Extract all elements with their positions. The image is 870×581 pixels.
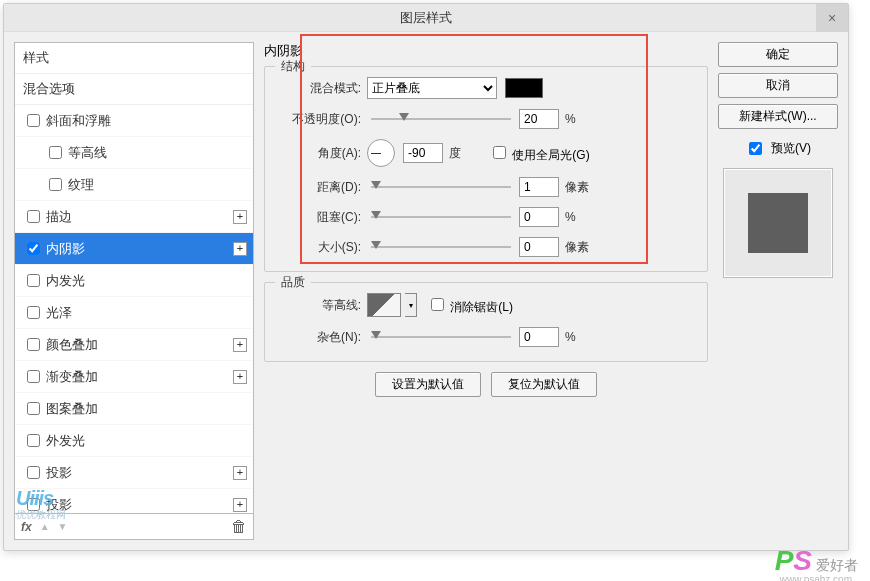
noise-unit: %	[565, 330, 595, 344]
size-slider[interactable]	[371, 238, 511, 256]
blend-mode-select[interactable]: 正片叠底	[367, 77, 497, 99]
style-item-checkbox[interactable]	[49, 178, 62, 191]
angle-dial[interactable]	[367, 139, 395, 167]
set-default-button[interactable]: 设置为默认值	[375, 372, 481, 397]
contour-row: 等高线: ▾ 消除锯齿(L)	[277, 293, 695, 317]
style-item[interactable]: 渐变叠加+	[15, 361, 253, 393]
style-item[interactable]: 光泽	[15, 297, 253, 329]
arrow-up-icon[interactable]: ▲	[40, 521, 50, 532]
style-item-checkbox[interactable]	[49, 146, 62, 159]
new-style-button[interactable]: 新建样式(W)...	[718, 104, 838, 129]
angle-unit: 度	[449, 145, 479, 162]
distance-input[interactable]	[519, 177, 559, 197]
distance-row: 距离(D): 像素	[277, 177, 695, 197]
add-effect-icon[interactable]: +	[233, 210, 247, 224]
style-item-checkbox[interactable]	[27, 210, 40, 223]
style-item-label: 内阴影	[46, 240, 85, 258]
choke-row: 阻塞(C): %	[277, 207, 695, 227]
reset-default-button[interactable]: 复位为默认值	[491, 372, 597, 397]
color-swatch[interactable]	[505, 78, 543, 98]
psahz-url: www.psahz.com	[780, 574, 852, 581]
arrow-down-icon[interactable]: ▼	[58, 521, 68, 532]
preview-swatch	[748, 193, 808, 253]
global-light-label[interactable]: 使用全局光(G)	[489, 143, 590, 164]
style-item-checkbox[interactable]	[27, 338, 40, 351]
dialog-title: 图层样式	[400, 9, 452, 27]
style-item[interactable]: 描边+	[15, 201, 253, 233]
angle-label: 角度(A):	[277, 145, 367, 162]
choke-unit: %	[565, 210, 595, 224]
distance-slider[interactable]	[371, 178, 511, 196]
style-item-label: 斜面和浮雕	[46, 112, 111, 130]
opacity-slider[interactable]	[371, 110, 511, 128]
style-item[interactable]: 斜面和浮雕	[15, 105, 253, 137]
add-effect-icon[interactable]: +	[233, 242, 247, 256]
choke-slider[interactable]	[371, 208, 511, 226]
opacity-input[interactable]	[519, 109, 559, 129]
style-item-checkbox[interactable]	[27, 306, 40, 319]
sidebar-header-blending[interactable]: 混合选项	[15, 74, 253, 105]
style-item-label: 光泽	[46, 304, 72, 322]
watermark-sub: 优优教程网	[16, 508, 66, 514]
style-item[interactable]: 外发光	[15, 425, 253, 457]
add-effect-icon[interactable]: +	[233, 466, 247, 480]
style-list: 样式 混合选项 斜面和浮雕等高线纹理描边+内阴影+内发光光泽颜色叠加+渐变叠加+…	[14, 42, 254, 514]
size-row: 大小(S): 像素	[277, 237, 695, 257]
distance-label: 距离(D):	[277, 179, 367, 196]
style-item-checkbox[interactable]	[27, 466, 40, 479]
global-light-checkbox[interactable]	[493, 146, 506, 159]
watermark-logo: Uiiis	[16, 487, 53, 510]
style-item-label: 图案叠加	[46, 400, 98, 418]
style-item-checkbox[interactable]	[27, 114, 40, 127]
style-item-checkbox[interactable]	[27, 434, 40, 447]
contour-picker[interactable]	[367, 293, 401, 317]
noise-slider[interactable]	[371, 328, 511, 346]
preview-label[interactable]: 预览(V)	[718, 139, 838, 158]
antialias-label[interactable]: 消除锯齿(L)	[427, 295, 513, 316]
add-effect-icon[interactable]: +	[233, 370, 247, 384]
structure-fieldset: 结构 混合模式: 正片叠底 不透明度(O): % 角度(A): 度	[264, 66, 708, 272]
add-effect-icon[interactable]: +	[233, 338, 247, 352]
noise-label: 杂色(N):	[277, 329, 367, 346]
default-buttons: 设置为默认值 复位为默认值	[264, 372, 708, 397]
style-item[interactable]: 投影+	[15, 457, 253, 489]
style-item-checkbox[interactable]	[27, 370, 40, 383]
style-item[interactable]: 内阴影+	[15, 233, 253, 265]
size-label: 大小(S):	[277, 239, 367, 256]
add-effect-icon[interactable]: +	[233, 498, 247, 512]
style-item[interactable]: 颜色叠加+	[15, 329, 253, 361]
trash-icon[interactable]: 🗑	[231, 518, 247, 536]
size-unit: 像素	[565, 239, 595, 256]
right-column: 确定 取消 新建样式(W)... 预览(V)	[718, 42, 838, 540]
style-item-label: 外发光	[46, 432, 85, 450]
cancel-button[interactable]: 取消	[718, 73, 838, 98]
style-item-checkbox[interactable]	[27, 274, 40, 287]
angle-input[interactable]	[403, 143, 443, 163]
opacity-label: 不透明度(O):	[277, 111, 367, 128]
preview-checkbox[interactable]	[749, 142, 762, 155]
sidebar-header-styles[interactable]: 样式	[15, 43, 253, 74]
size-input[interactable]	[519, 237, 559, 257]
ok-button[interactable]: 确定	[718, 42, 838, 67]
style-item[interactable]: 纹理	[15, 169, 253, 201]
close-button[interactable]: ×	[816, 4, 848, 32]
choke-input[interactable]	[519, 207, 559, 227]
contour-dropdown-icon[interactable]: ▾	[405, 293, 417, 317]
style-item[interactable]: 图案叠加	[15, 393, 253, 425]
style-item-checkbox[interactable]	[27, 242, 40, 255]
antialias-checkbox[interactable]	[431, 298, 444, 311]
layer-style-dialog: 图层样式 × 样式 混合选项 斜面和浮雕等高线纹理描边+内阴影+内发光光泽颜色叠…	[3, 3, 849, 551]
style-item[interactable]: 等高线	[15, 137, 253, 169]
style-item-checkbox[interactable]	[27, 402, 40, 415]
noise-input[interactable]	[519, 327, 559, 347]
contour-label: 等高线:	[277, 297, 367, 314]
opacity-unit: %	[565, 112, 595, 126]
blend-mode-label: 混合模式:	[277, 80, 367, 97]
style-item[interactable]: 内发光	[15, 265, 253, 297]
distance-unit: 像素	[565, 179, 595, 196]
sidebar: 样式 混合选项 斜面和浮雕等高线纹理描边+内阴影+内发光光泽颜色叠加+渐变叠加+…	[14, 42, 254, 540]
main-panel: 内阴影 结构 混合模式: 正片叠底 不透明度(O): % 角度(A):	[264, 42, 708, 540]
titlebar: 图层样式 ×	[4, 4, 848, 32]
panel-title: 内阴影	[264, 42, 708, 60]
style-item-label: 纹理	[68, 176, 94, 194]
